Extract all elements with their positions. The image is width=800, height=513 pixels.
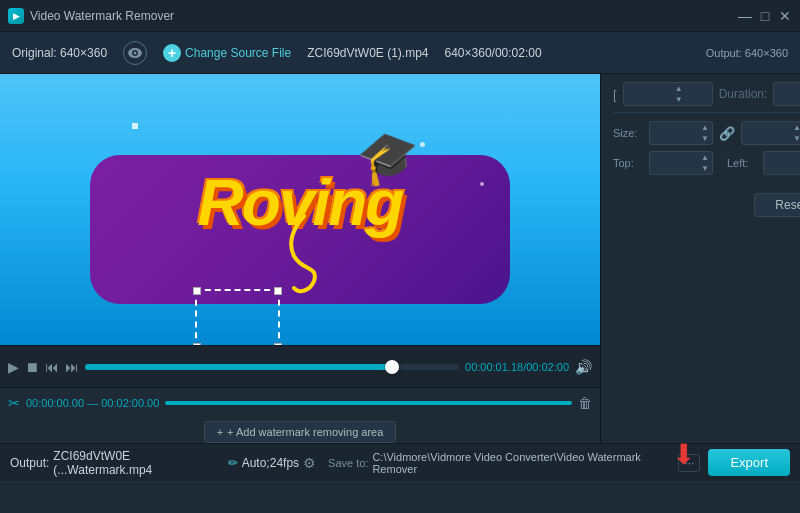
titlebar-controls[interactable]: — □ ✕ [738,9,792,23]
output-section: Output: ZCI69dVtW0E (...Watermark.mp4 ✏ [10,449,238,477]
add-area-row: + + Add watermark removing area [0,421,600,443]
bottom-left: Output: ZCI69dVtW0E (...Watermark.mp4 ✏ … [10,449,700,477]
output-resolution-label: Output: 640×360 [706,47,788,59]
source-meta: 640×360/00:02:00 [445,46,542,60]
output-label: Output: [10,456,49,470]
timeline-bar[interactable] [85,364,459,370]
height-down[interactable]: ▼ [790,133,800,144]
plus-circle-icon: + [163,44,181,62]
play-button[interactable]: ▶ [8,359,19,375]
start-time-up[interactable]: ▲ [672,83,686,94]
start-time-down[interactable]: ▼ [672,94,686,105]
close-button[interactable]: ✕ [778,9,792,23]
width-arrows[interactable]: ▲ ▼ [698,122,712,144]
height-spinbox[interactable]: 56 ▲ ▼ [741,121,800,145]
width-down[interactable]: ▼ [698,133,712,144]
add-source-label: Change Source File [185,46,291,60]
timeline-controls: ▶ ⏹ ⏮ ⏭ 00:00:01.18/00:02:00 🔊 [0,345,600,387]
add-area-label: + Add watermark removing area [227,426,383,438]
bottom-bar: Output: ZCI69dVtW0E (...Watermark.mp4 ✏ … [0,443,800,481]
frame-forward-button[interactable]: ⏭ [65,359,79,375]
width-spinbox[interactable]: 100 ▲ ▼ [649,121,713,145]
saveto-label: Save to: [328,457,368,469]
sparkle-1 [132,123,138,129]
left-spinbox[interactable]: 0 ▲ ▼ [763,151,800,175]
top-label: Top: [613,157,643,169]
maximize-button[interactable]: □ [758,9,772,23]
left-label: Left: [727,157,757,169]
duration-input[interactable]: 00:02:00.00 [774,88,800,100]
clip-bar [165,401,572,405]
saveto-section: Save to: C:\Vidmore\Vidmore Video Conver… [328,451,700,475]
add-area-plus-icon: + [217,426,223,438]
time-range-row: [ 00:00:00.00 ▲ ▼ Duration: 00:02:00.00 … [613,82,800,113]
titlebar-left: ▶ Video Watermark Remover [8,8,174,24]
clip-icon: ✂ [8,395,20,411]
width-input[interactable]: 100 [650,127,698,139]
video-preview: Roving 🎓 [0,74,600,345]
position-row: Top: 303 ▲ ▼ Left: 0 ▲ ▼ [613,151,800,175]
bracket-start-icon: [ [613,87,617,102]
left-column: Roving 🎓 [0,74,600,443]
volume-icon[interactable]: 🔊 [575,359,592,375]
output-file: ZCI69dVtW0E (...Watermark.mp4 [53,449,223,477]
height-input[interactable]: 56 [742,127,790,139]
size-row: Size: 100 ▲ ▼ 🔗 56 ▲ ▼ [613,121,800,145]
width-up[interactable]: ▲ [698,122,712,133]
right-panel: [ 00:00:00.00 ▲ ▼ Duration: 00:02:00.00 … [600,74,800,443]
timeline-thumb[interactable] [385,360,399,374]
top-down[interactable]: ▼ [698,163,712,174]
graduation-cap-icon: 🎓 [353,123,424,191]
timeline-fill [85,364,392,370]
top-arrows[interactable]: ▲ ▼ [698,152,712,174]
size-label: Size: [613,127,643,139]
clip-row: ✂ 00:00:00.00 — 00:02:00.00 🗑 [0,387,600,417]
duration-label: Duration: [719,87,768,101]
add-source-button[interactable]: + Change Source File [163,44,291,62]
link-dimensions-icon[interactable]: 🔗 [719,126,735,141]
stop-button[interactable]: ⏹ [25,359,39,375]
app-title: Video Watermark Remover [30,9,174,23]
preview-toggle-button[interactable] [123,41,147,65]
export-arrow-indicator: ⬇ [672,441,695,469]
clip-range-label: 00:00:00.00 — 00:02:00.00 [26,397,159,409]
saveto-path: C:\Vidmore\Vidmore Video Converter\Video… [372,451,674,475]
top-up[interactable]: ▲ [698,152,712,163]
yellow-swirl [264,206,344,296]
original-resolution-label: Original: 640×360 [12,46,107,60]
left-input[interactable]: 0 [764,157,800,169]
roving-scene: Roving 🎓 [0,74,600,345]
top-spinbox[interactable]: 303 ▲ ▼ [649,151,713,175]
duration-spinbox[interactable]: 00:02:00.00 ▲ ▼ [773,82,800,106]
export-button[interactable]: Export [708,449,790,476]
add-watermark-area-button[interactable]: + + Add watermark removing area [204,421,397,443]
frame-back-button[interactable]: ⏮ [45,359,59,375]
settings-icon[interactable]: ⚙ [303,455,316,471]
time-display: 00:00:01.18/00:02:00 [465,361,569,373]
titlebar: ▶ Video Watermark Remover — □ ✕ [0,0,800,32]
reset-button[interactable]: Reset [754,193,800,217]
app-icon: ▶ [8,8,24,24]
format-section: Auto;24fps ⚙ [242,455,316,471]
topbar: Original: 640×360 + Change Source File Z… [0,32,800,74]
source-filename: ZCI69dVtW0E (1).mp4 [307,46,428,60]
start-time-spinbox[interactable]: 00:00:00.00 ▲ ▼ [623,82,713,106]
height-up[interactable]: ▲ [790,122,800,133]
minimize-button[interactable]: — [738,9,752,23]
height-arrows[interactable]: ▲ ▼ [790,122,800,144]
edit-output-icon[interactable]: ✏ [228,456,238,470]
start-time-arrows[interactable]: ▲ ▼ [672,83,686,105]
output-format-label: Auto;24fps [242,456,299,470]
main-area: Roving 🎓 [0,74,800,443]
start-time-input[interactable]: 00:00:00.00 [624,88,672,100]
delete-clip-icon[interactable]: 🗑 [578,395,592,411]
video-preview-area: Roving 🎓 [0,74,600,345]
top-input[interactable]: 303 [650,157,698,169]
sparkle-2 [420,142,425,147]
